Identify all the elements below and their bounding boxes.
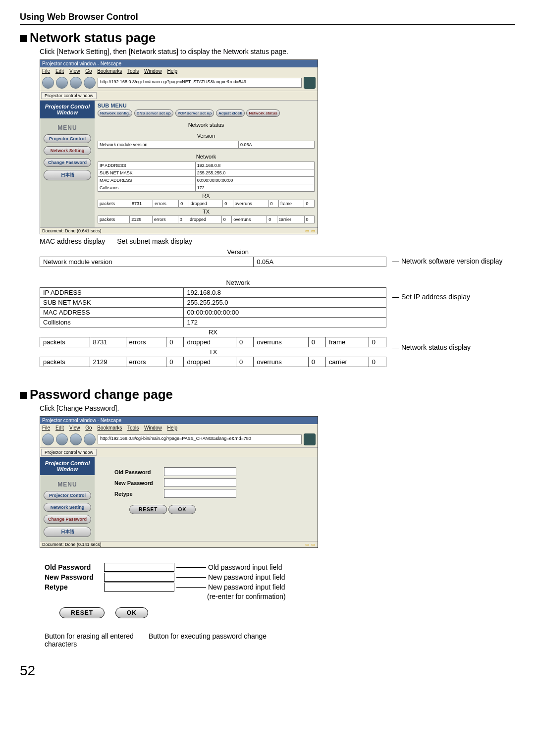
sidebar-change-password[interactable]: Change Password [44, 158, 91, 167]
status-bar: Document: Done (0.641 secs) ▭ ▭ [40, 227, 318, 234]
cell-version-label: Network module version [40, 257, 254, 267]
back-button-2[interactable] [42, 433, 54, 445]
stop-button[interactable] [84, 77, 96, 89]
browser-menubar: File Edit View Go Bookmarks Tools Window… [40, 67, 318, 75]
browser-titlebar: Projector control window - Netscape [40, 60, 318, 67]
subtab-pop[interactable]: POP server set up [175, 109, 214, 117]
sidebar-projector-control[interactable]: Projector Control [44, 134, 91, 143]
status-icons-2: ▭ ▭ [305, 542, 316, 547]
menu-view[interactable]: View [69, 68, 80, 74]
retype-input[interactable] [164, 489, 236, 498]
stop-button-2[interactable] [84, 433, 96, 445]
app-title: Projector Control Window [40, 101, 95, 118]
password-callout-diagram: Old Password Old password input field Ne… [45, 563, 515, 648]
ok-button[interactable]: OK [168, 505, 196, 514]
menu-help[interactable]: Help [167, 68, 177, 74]
new-password-label: New Password [114, 480, 164, 486]
d-ok-button[interactable]: OK [115, 607, 148, 618]
submenu-label: SUB MENU [98, 103, 315, 108]
d-reset-button[interactable]: RESET [59, 607, 105, 618]
sidebar: Projector Control Window MENU Projector … [40, 101, 95, 227]
browser-titlebar-2: Projector control window - Netscape [40, 417, 318, 424]
enlarged-network-table: Version Network module version0.05A Netw… [40, 247, 386, 367]
menu-file[interactable]: File [42, 68, 50, 74]
cell-ip: 192.168.0.8 [184, 288, 386, 298]
sidebar-network-setting-2[interactable]: Network Setting [44, 503, 91, 512]
sidebar-japanese[interactable]: 日本語 [44, 170, 91, 180]
d-new-field[interactable] [104, 573, 174, 582]
sidebar-change-password-2[interactable]: Change Password [44, 515, 91, 524]
cell-mac: 00:00:00:00:00:00 [184, 308, 386, 318]
url-bar-2[interactable]: http://192.168.0.8/cgi-bin/main.cgi?page… [98, 434, 302, 444]
reset-button[interactable]: RESET [129, 505, 167, 514]
subtab-network-status[interactable]: Network status [246, 109, 279, 117]
browser-menubar-2: File Edit View Go Bookmarks Tools Window… [40, 424, 318, 432]
status-text-2: Document: Done (0.141 secs) [42, 542, 102, 547]
forward-button[interactable] [56, 77, 68, 89]
menu-tools[interactable]: Tools [127, 68, 139, 74]
d-old-label: Old Password [45, 563, 104, 571]
d-old-note: Old password input field [208, 563, 282, 571]
panel-title-status: Network status [98, 122, 315, 128]
d-old-field[interactable] [104, 563, 174, 572]
url-bar[interactable]: http://192.168.0.8/cgi-bin/main.cgi?page… [98, 78, 302, 88]
back-button[interactable] [42, 77, 54, 89]
old-password-input[interactable] [164, 467, 236, 476]
tab-strip: Projector control window [40, 91, 318, 101]
annot-version: — Network software version display [392, 257, 503, 265]
panel-title-version: Version [98, 133, 315, 139]
tx-table-small: packets2129 errors0 dropped0 overruns0 c… [98, 216, 315, 223]
hdr-rx: RX [40, 327, 386, 337]
subtab-network-config[interactable]: Network config. [98, 109, 132, 117]
menu-bookmarks[interactable]: Bookmarks [97, 68, 122, 74]
sidebar-network-setting[interactable]: Network Setting [44, 146, 91, 155]
intro-1: Click [Network Setting], then [Network s… [40, 48, 515, 55]
subtab-clock[interactable]: Adjust clock [216, 109, 245, 117]
square-bullet-2 [20, 392, 27, 399]
section-header: Using Web Browser Control [20, 12, 515, 25]
old-password-label: Old Password [114, 469, 164, 475]
hdr-version: Version [90, 247, 386, 257]
sidebar-japanese-2[interactable]: 日本語 [44, 527, 91, 537]
annot-status: — Network status display [392, 343, 503, 351]
status-text: Document: Done (0.641 secs) [42, 228, 102, 233]
reload-button-2[interactable] [70, 433, 82, 445]
netscape-logo-2 [304, 433, 316, 445]
d-retype-note2: (re-enter for confirmation) [207, 593, 286, 600]
menu-window[interactable]: Window [144, 68, 162, 74]
d-new-label: New Password [45, 573, 104, 581]
page-number: 52 [20, 663, 515, 679]
menu-go[interactable]: Go [85, 68, 92, 74]
cell-ip-label: IP ADDRESS [40, 288, 184, 298]
status-icons: ▭ ▭ [305, 228, 316, 233]
cell-version-value: 0.05A [254, 257, 386, 267]
menu-edit[interactable]: Edit [55, 68, 64, 74]
subtab-dns[interactable]: DNS server set up [134, 109, 173, 117]
d-retype-label: Retype [45, 583, 104, 591]
reload-button[interactable] [70, 77, 82, 89]
square-bullet [20, 35, 27, 42]
browser-tab[interactable]: Projector control window [41, 92, 97, 99]
title-text-2: Password change page [30, 387, 173, 402]
netscape-logo [304, 77, 316, 89]
rx-table-small: packets8731 errors0 dropped0 overruns0 f… [98, 200, 315, 208]
sidebar-projector-control-2[interactable]: Projector Control [44, 491, 91, 500]
callout-subnet: Set subnet mask display [117, 237, 192, 245]
sidebar-2: Projector Control Window MENU Projector … [40, 457, 95, 541]
cell-mac-label: MAC ADDRESS [40, 308, 184, 318]
network-table-small: IP ADDRESS192.168.0.8 SUB NET MASK255.25… [98, 162, 315, 192]
app-title-2: Projector Control Window [40, 457, 95, 475]
new-password-input[interactable] [164, 478, 236, 487]
version-table-small: Network module version0.05A [98, 141, 315, 149]
d-new-note: New password input field [208, 573, 285, 581]
browser-toolbar: http://192.168.0.8/cgi-bin/main.cgi?page… [40, 75, 318, 91]
d-reset-caption: Button for erasing all entered character… [45, 632, 149, 648]
d-retype-field[interactable] [104, 583, 174, 592]
browser-tab-2[interactable]: Projector control window [41, 449, 97, 456]
forward-button-2[interactable] [56, 433, 68, 445]
cell-sub-label: SUB NET MASK [40, 298, 184, 308]
password-form: Old Password New Password Retype RESET O… [95, 457, 318, 541]
browser-window-2: Projector control window - Netscape File… [40, 416, 318, 548]
cell-col: 172 [184, 318, 386, 327]
panel-title-network: Network [98, 154, 315, 160]
